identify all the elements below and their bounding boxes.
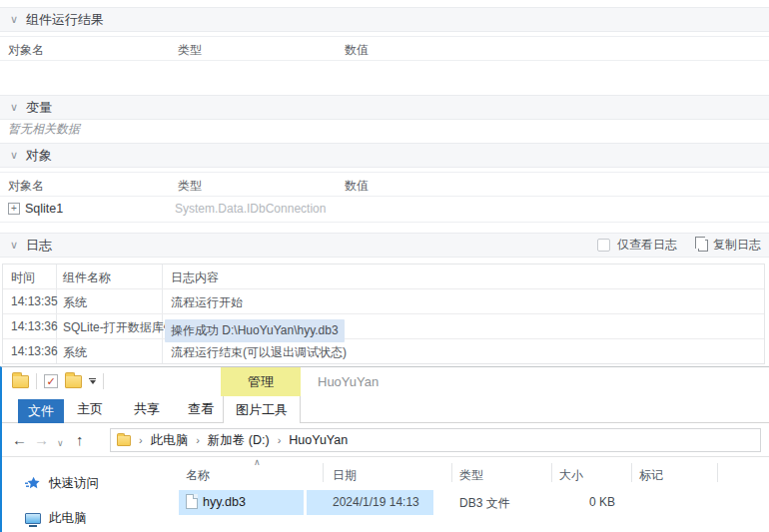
copy-log-label: 复制日志 [713,237,761,254]
ribbon-tab-picture-tools[interactable]: 图片工具 [223,396,301,423]
section-title: 组件运行结果 [26,11,104,29]
column-divider[interactable] [717,463,718,482]
section-component-result[interactable]: ∨ 组件运行结果 [0,7,769,32]
section-variables[interactable]: ∨ 变量 [0,95,769,120]
column-header-tag[interactable]: 标记 [639,467,663,484]
ribbon-tab-row: 文件 主页 共享 查看 图片工具 [2,396,769,423]
column-divider[interactable] [551,463,552,482]
file-menu-button[interactable]: 文件 [18,399,64,423]
object-type: System.Data.IDbConnection [175,202,326,216]
back-icon[interactable]: ← [12,431,27,448]
col-type: 类型 [178,42,202,59]
file-size: 0 KB [539,495,615,509]
breadcrumb-drive-d[interactable]: 新加卷 (D:) [208,432,270,449]
column-header-size[interactable]: 大小 [559,467,583,484]
breadcrumb-huoyuyan[interactable]: HuoYuYan [289,433,348,447]
file-date: 2024/1/19 14:13 [333,495,419,509]
log-table-header: 时间 组件名称 日志内容 [3,265,764,289]
log-component: 系统 [63,294,87,311]
col-object-name: 对象名 [8,42,44,59]
breadcrumb-separator-icon: › [196,434,200,446]
only-log-label: 仅查看日志 [617,237,677,254]
address-bar[interactable]: › 此电脑 › 新加卷 (D:) › HuoYuYan [110,428,761,452]
ribbon-tab-share[interactable]: 共享 [125,396,169,422]
ribbon-tab-home[interactable]: 主页 [68,396,112,422]
chevron-down-icon: ∨ [10,240,18,251]
col-component: 组件名称 [63,269,111,286]
section-title: 日志 [26,237,52,255]
column-header-name[interactable]: 名称 [186,467,210,484]
log-time: 14:13:36 [11,344,58,358]
breadcrumb-this-pc[interactable]: 此电脑 [151,432,189,449]
recent-locations-chevron-icon[interactable]: ∨ [57,435,64,452]
log-time: 14:13:35 [11,294,58,308]
toolbar-divider [36,373,37,389]
log-time: 14:13:36 [11,319,58,333]
section-objects[interactable]: ∨ 对象 [0,143,769,168]
chevron-down-icon: ∨ [10,14,18,25]
properties-check-icon[interactable]: ✓ [44,374,58,388]
ribbon-tab-manage[interactable]: 管理 [221,367,301,396]
log-component: 系统 [63,344,87,361]
screen: ∨ 组件运行结果 对象名 类型 数值 ∨ 变量 暂无相关数据 ∨ 对象 对象名 … [0,0,769,532]
log-table: 时间 组件名称 日志内容 14:13:35 系统 流程运行开始 14:13:36… [2,264,765,364]
toolbar-divider [103,373,104,389]
col-content: 日志内容 [171,269,219,286]
column-header-type[interactable]: 类型 [459,467,483,484]
copy-icon [698,240,708,252]
explorer-main: 快速访问 此电脑 ∧ 名称 日期 类型 大小 标记 hyy.db3 2024/ [2,458,769,532]
col-value: 数值 [345,178,369,195]
chevron-down-icon: ∨ [10,102,18,113]
object-name: Sqlite1 [25,202,63,216]
column-divider[interactable] [323,463,324,482]
new-folder-icon[interactable] [65,375,82,388]
objects-table-header: 对象名 类型 数值 [0,172,769,197]
col-object-name: 对象名 [8,178,44,195]
address-bar-row: ← → ∨ ↑ › 此电脑 › 新加卷 (D:) › HuoYuYan [2,423,769,457]
section-title: 变量 [26,99,52,117]
variables-empty-text: 暂无相关数据 [8,121,80,138]
log-content: 流程运行结束(可以退出调试状态) [171,344,347,361]
file-row-hyy-db3[interactable]: hyy.db3 2024/1/19 14:13 DB3 文件 0 KB [2,489,769,516]
column-divider[interactable] [451,463,452,482]
col-value: 数值 [345,42,369,59]
file-icon [186,494,198,509]
column-header-date[interactable]: 日期 [333,467,357,484]
file-type: DB3 文件 [459,495,510,512]
location-folder-icon [117,435,131,446]
col-time: 时间 [11,269,35,286]
log-row[interactable]: 14:13:36 SQLite-打开数据库链接 操作成功 D:\HuoYuYan… [3,314,764,339]
col-type: 类型 [178,178,202,195]
result-table-header: 对象名 类型 数值 [0,36,769,61]
copy-log-button[interactable]: 复制日志 [698,237,761,254]
quick-access-toolbar: ✓ [12,373,104,389]
log-content: 流程运行开始 [171,294,243,311]
breadcrumb-separator-icon: › [139,434,143,446]
window-title: HuoYuYan [318,374,379,389]
only-log-checkbox[interactable] [597,239,610,252]
column-divider[interactable] [631,463,632,482]
object-row-sqlite1[interactable]: + Sqlite1 System.Data.IDbConnection [0,198,769,223]
chevron-down-icon: ∨ [10,150,18,161]
log-row[interactable]: 14:13:35 系统 流程运行开始 [3,289,764,314]
forward-icon[interactable]: → [34,431,49,448]
folder-icon[interactable] [12,375,29,388]
section-title: 对象 [26,147,52,165]
customize-toolbar-dropdown-icon[interactable] [89,378,96,384]
up-icon[interactable]: ↑ [76,431,84,448]
file-name: hyy.db3 [203,495,246,509]
expand-plus-icon[interactable]: + [8,203,20,215]
breadcrumb-separator-icon: › [278,434,282,446]
file-explorer-window: ✓ 管理 HuoYuYan 文件 主页 共享 查看 图片工具 ← → ∨ ↑ ›… [0,366,769,532]
ribbon-tab-view[interactable]: 查看 [179,396,223,422]
log-row[interactable]: 14:13:36 系统 流程运行结束(可以退出调试状态) [3,339,764,364]
sort-ascending-icon: ∧ [254,457,261,467]
log-controls: 仅查看日志 复制日志 [597,237,761,254]
